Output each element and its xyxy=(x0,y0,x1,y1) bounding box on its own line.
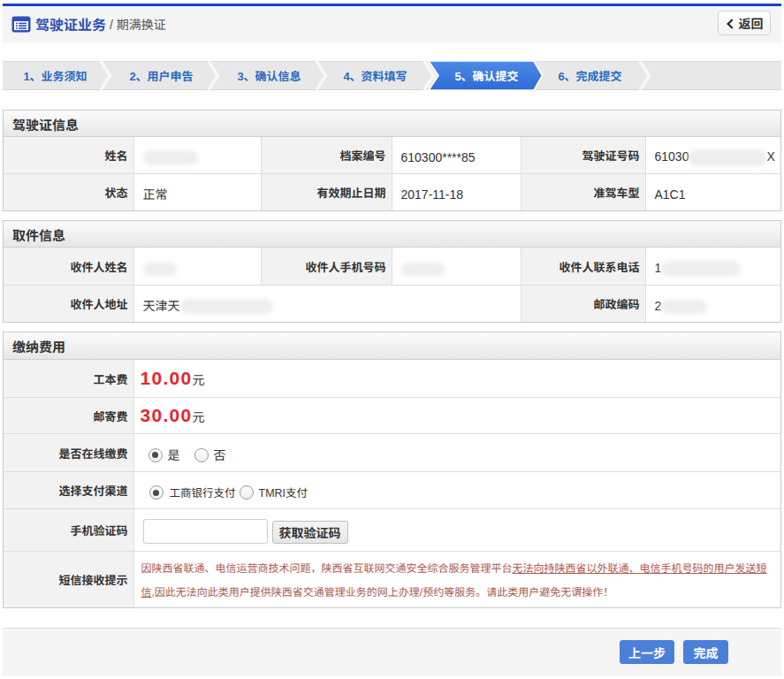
svg-text:2、用户申告: 2、用户申告 xyxy=(129,67,193,84)
svg-text:3、确认信息: 3、确认信息 xyxy=(237,67,301,84)
svg-text:1、业务须知: 1、业务须知 xyxy=(23,67,87,84)
svg-text:5、确认提交: 5、确认提交 xyxy=(454,67,518,84)
svg-text:6、完成提交: 6、完成提交 xyxy=(558,67,621,84)
svg-text:4、资料填写: 4、资料填写 xyxy=(343,67,407,84)
